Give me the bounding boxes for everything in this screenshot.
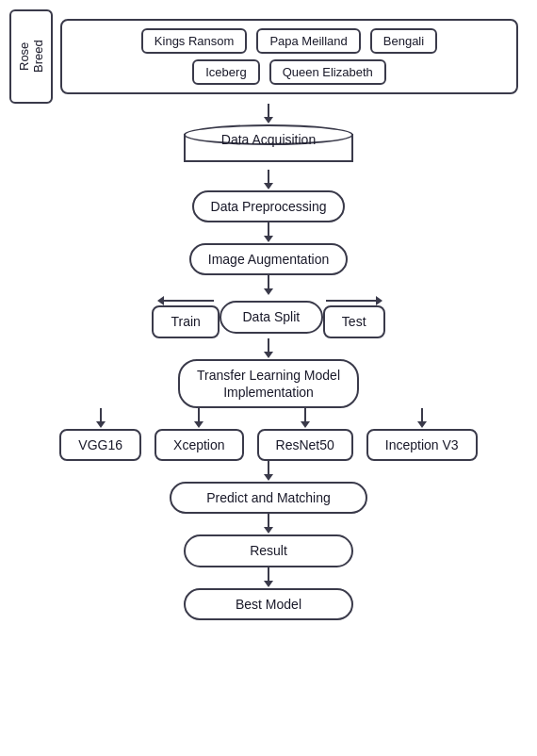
model-xception: Xception	[155, 408, 243, 461]
model-resnet50: ResNet50	[257, 408, 353, 461]
best-model-node: Best Model	[184, 588, 353, 620]
arrow-preprocessing-to-augmentation	[264, 222, 273, 243]
arrow-to-train	[157, 296, 214, 305]
arrow-breeds-to-acquisition	[264, 104, 273, 124]
arrow-to-inceptionv3	[417, 408, 427, 429]
breeds-row-1: Kings Ransom Papa Meilland Bengali	[72, 28, 507, 54]
train-node: Train	[152, 305, 219, 337]
arrow-predict-to-result	[264, 514, 273, 534]
image-augmentation-node: Image Augmentation	[189, 243, 348, 275]
predict-matching-node: Predict and Matching	[170, 482, 367, 514]
arrow-acquisition-to-preprocessing	[264, 170, 273, 190]
rose-breed-section: RoseBreed Kings Ransom Papa Meilland Ben…	[0, 9, 537, 104]
breeds-row-2: Iceberg Queen Elizabeth	[72, 59, 507, 85]
arrow-split-to-transfer	[264, 338, 273, 359]
arrow-augmentation-to-split	[264, 275, 273, 296]
breed-bengali: Bengali	[370, 28, 437, 54]
arrow-to-resnet50	[301, 408, 310, 429]
split-row: Train Data Split Test	[0, 296, 537, 337]
arrow-to-xception	[194, 408, 203, 429]
rose-breed-label: RoseBreed	[9, 9, 53, 104]
test-side: Test	[323, 296, 385, 337]
data-acquisition-node: Data Acquisition	[184, 124, 353, 166]
vgg16-node: VGG16	[59, 429, 141, 461]
resnet50-node: ResNet50	[257, 429, 353, 461]
breed-queen-elizabeth: Queen Elizabeth	[269, 59, 386, 85]
arrow-to-vgg16	[96, 408, 106, 429]
data-acquisition-label: Data Acquisition	[184, 132, 353, 147]
models-row: VGG16 Xception ResNet50 Inception V3	[24, 408, 513, 461]
train-side: Train	[152, 296, 219, 337]
split-center: Data Split	[220, 301, 323, 333]
xception-node: Xception	[155, 429, 243, 461]
data-split-node: Data Split	[220, 301, 323, 333]
flowchart: RoseBreed Kings Ransom Papa Meilland Ben…	[0, 9, 537, 620]
breed-kings-ransom: Kings Ransom	[141, 28, 248, 54]
breed-papa-meilland: Papa Meilland	[256, 28, 360, 54]
arrow-result-to-best	[264, 567, 273, 588]
breed-iceberg: Iceberg	[192, 59, 259, 85]
test-node: Test	[323, 305, 385, 337]
transfer-learning-node: Transfer Learning Model Implementation	[178, 359, 359, 408]
model-inceptionv3: Inception V3	[366, 408, 478, 461]
arrow-models-to-predict	[264, 461, 273, 482]
inceptionv3-node: Inception V3	[366, 429, 478, 461]
model-vgg16: VGG16	[59, 408, 141, 461]
rose-breeds-grid: Kings Ransom Papa Meilland Bengali Icebe…	[60, 19, 518, 94]
result-node: Result	[184, 534, 353, 567]
arrow-to-test	[326, 296, 382, 305]
data-preprocessing-node: Data Preprocessing	[192, 190, 346, 222]
